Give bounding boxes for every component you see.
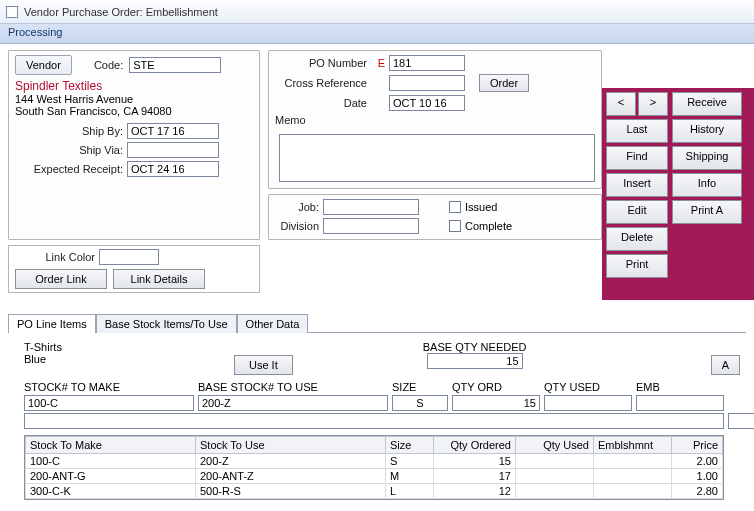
delete-button[interactable]: Delete [606,227,668,251]
linkcolor-input[interactable] [99,249,159,265]
division-input[interactable] [323,218,419,234]
date-input[interactable] [389,95,465,111]
last-button[interactable]: Last [606,119,668,143]
printa-button[interactable]: Print A [672,200,742,224]
baseqty-label: BASE QTY NEEDED [423,341,527,353]
col-stockuse[interactable]: Stock To Use [196,437,386,454]
po-panel: PO Number E Cross Reference Order Date M… [268,50,602,189]
col-stockmake[interactable]: Stock To Make [26,437,196,454]
link-details-button[interactable]: Link Details [113,269,205,289]
titlebar: Vendor Purchase Order: Embellishment [0,0,754,24]
window-icon [6,6,18,18]
line-desc1: T-Shirts [24,341,234,353]
tabstrip: PO Line Items Base Stock Items/To Use Ot… [8,313,746,333]
h-price: PRICE [728,381,754,393]
job-input[interactable] [323,199,419,215]
h-emb: EMB [636,381,724,393]
job-panel: Job: Issued Division Complete [268,194,602,240]
window-title: Vendor Purchase Order: Embellishment [24,6,218,18]
print-button[interactable]: Print [606,254,668,278]
vendor-name: Spindler Textiles [15,79,253,93]
action-panel: < > Receive Last History Find Shipping I… [602,88,754,300]
shipby-label: Ship By: [15,125,123,137]
qtyord-input[interactable] [452,395,540,411]
line-items-table: Stock To Make Stock To Use Size Qty Orde… [25,436,723,499]
line-desc2: Blue [24,353,234,365]
tab-po-line-items[interactable]: PO Line Items [8,314,96,333]
table-row[interactable]: 300-C-K500-R-SL122.80 [26,484,723,499]
linkcolor-label: Link Color [15,251,95,263]
receive-button[interactable]: Receive [672,92,742,116]
memo-textarea[interactable] [279,134,595,182]
h-qtyused: QTY USED [544,381,632,393]
col-qtyused[interactable]: Qty Used [516,437,594,454]
shipvia-input[interactable] [127,142,219,158]
col-price[interactable]: Price [672,437,723,454]
expected-label: Expected Receipt: [15,163,123,175]
next-button[interactable]: > [638,92,668,116]
info-button[interactable]: Info [672,173,742,197]
emb-input[interactable] [636,395,724,411]
vendor-tab[interactable]: Vendor [15,55,72,75]
crossref-label: Cross Reference [275,77,367,89]
price-input[interactable] [728,413,754,429]
a-button[interactable]: A [711,355,740,375]
link-panel: Link Color Order Link Link Details [8,245,260,293]
long-input[interactable] [24,413,724,429]
complete-checkbox[interactable]: Complete [449,220,512,232]
table-row[interactable]: 100-C200-ZS152.00 [26,454,723,469]
qtyused-input[interactable] [544,395,632,411]
po-number-prefix: E [371,57,385,69]
col-qtyord[interactable]: Qty Ordered [434,437,516,454]
tab-base-stock[interactable]: Base Stock Items/To Use [96,314,237,333]
code-label: Code: [94,59,123,71]
stockuse-input[interactable] [198,395,388,411]
table-row[interactable]: 200-ANT-G200-ANT-ZM171.00 [26,469,723,484]
stockmake-input[interactable] [24,395,194,411]
shipby-input[interactable] [127,123,219,139]
vendor-addr2: South San Francisco, CA 94080 [15,105,253,117]
size-input[interactable] [392,395,448,411]
vendor-addr1: 144 West Harris Avenue [15,93,253,105]
insert-button[interactable]: Insert [606,173,668,197]
code-input[interactable] [129,57,221,73]
expected-input[interactable] [127,161,219,177]
find-button[interactable]: Find [606,146,668,170]
history-button[interactable]: History [672,119,742,143]
shipvia-label: Ship Via: [15,144,123,156]
h-size: SIZE [392,381,448,393]
division-label: Division [275,220,319,232]
baseqty-input[interactable] [427,353,523,369]
prev-button[interactable]: < [606,92,636,116]
menubar-processing[interactable]: Processing [0,24,754,44]
col-emb[interactable]: Emblshmnt [594,437,672,454]
h-stockmake: STOCK# TO MAKE [24,381,194,393]
h-stockuse: BASE STOCK# TO USE [198,381,388,393]
memo-label: Memo [275,114,313,126]
h-qtyord: QTY ORD [452,381,540,393]
shipping-button[interactable]: Shipping [672,146,742,170]
use-it-button[interactable]: Use It [234,355,293,375]
vendor-panel: Vendor Code: Spindler Textiles 144 West … [8,50,260,240]
order-link-button[interactable]: Order Link [15,269,107,289]
crossref-input[interactable] [389,75,465,91]
po-number-input[interactable] [389,55,465,71]
col-size[interactable]: Size [386,437,434,454]
job-label: Job: [275,201,319,213]
date-label: Date [275,97,367,109]
issued-checkbox[interactable]: Issued [449,201,497,213]
po-number-label: PO Number [275,57,367,69]
edit-button[interactable]: Edit [606,200,668,224]
order-button[interactable]: Order [479,74,529,92]
tab-other-data[interactable]: Other Data [237,314,309,333]
